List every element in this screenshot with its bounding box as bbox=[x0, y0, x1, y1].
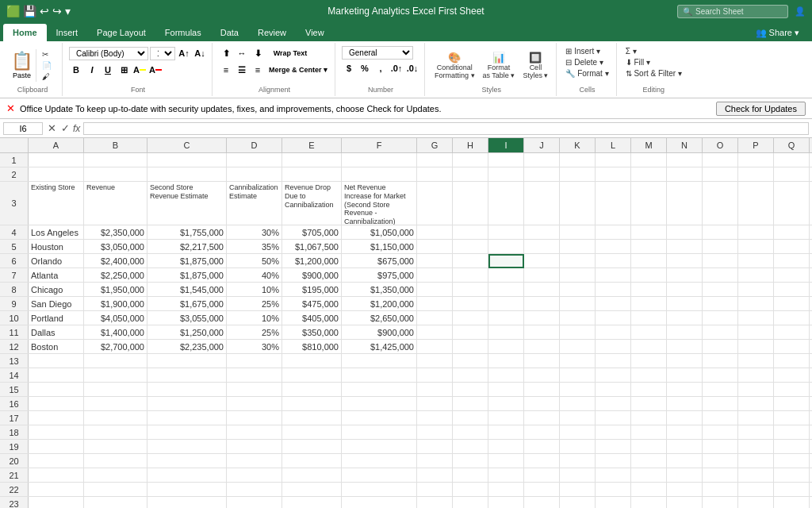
cell-l22[interactable] bbox=[596, 483, 631, 497]
cell-a3[interactable]: Existing Store bbox=[29, 182, 84, 225]
cell-o12[interactable] bbox=[703, 340, 738, 354]
cell-i13[interactable] bbox=[488, 354, 524, 368]
cell-b14[interactable] bbox=[84, 368, 147, 383]
cell-g20[interactable] bbox=[417, 454, 453, 468]
cell-e17[interactable] bbox=[282, 411, 342, 425]
cell-k15[interactable] bbox=[560, 383, 596, 397]
cell-f14[interactable] bbox=[342, 368, 417, 383]
row-num-21[interactable]: 21 bbox=[0, 468, 29, 482]
comma-btn[interactable]: , bbox=[373, 61, 388, 75]
cell-p6[interactable] bbox=[738, 254, 774, 268]
cell-m22[interactable] bbox=[631, 483, 667, 497]
cell-l5[interactable] bbox=[596, 240, 631, 254]
cell-m2[interactable] bbox=[631, 167, 667, 182]
cell-o1[interactable] bbox=[703, 153, 738, 167]
cell-k20[interactable] bbox=[560, 454, 596, 468]
align-top-btn[interactable]: ⬆ bbox=[219, 46, 233, 60]
cell-q22[interactable] bbox=[774, 483, 810, 497]
cell-d16[interactable] bbox=[227, 397, 282, 411]
cell-k12[interactable] bbox=[560, 340, 596, 354]
cell-n20[interactable] bbox=[667, 454, 703, 468]
row-num-22[interactable]: 22 bbox=[0, 483, 29, 496]
cell-g21[interactable] bbox=[417, 468, 453, 483]
cell-m9[interactable] bbox=[631, 297, 667, 311]
cell-i2[interactable] bbox=[488, 167, 524, 182]
row-num-23[interactable]: 23 bbox=[0, 497, 29, 508]
cell-e12[interactable]: $810,000 bbox=[282, 340, 342, 354]
cell-j6[interactable] bbox=[524, 254, 560, 268]
cell-k21[interactable] bbox=[560, 468, 596, 483]
cancel-formula-btn[interactable]: ✕ bbox=[46, 122, 58, 134]
cell-l13[interactable] bbox=[596, 354, 631, 368]
cell-n7[interactable] bbox=[667, 268, 703, 283]
cell-l11[interactable] bbox=[596, 325, 631, 340]
col-header-l[interactable]: L bbox=[596, 138, 631, 152]
cell-g4[interactable] bbox=[417, 225, 453, 240]
cell-p18[interactable] bbox=[738, 425, 774, 440]
cell-c15[interactable] bbox=[147, 383, 227, 397]
row-num-16[interactable]: 16 bbox=[0, 397, 29, 410]
cell-e2[interactable] bbox=[282, 167, 342, 182]
cell-n5[interactable] bbox=[667, 240, 703, 254]
cell-p22[interactable] bbox=[738, 483, 774, 497]
cell-i20[interactable] bbox=[488, 454, 524, 468]
tab-formulas[interactable]: Formulas bbox=[155, 24, 211, 41]
align-center-btn[interactable]: ☰ bbox=[235, 63, 249, 77]
cell-p11[interactable] bbox=[738, 325, 774, 340]
cell-k8[interactable] bbox=[560, 283, 596, 297]
cell-i4[interactable] bbox=[488, 225, 524, 240]
align-right-btn[interactable]: ≡ bbox=[251, 63, 265, 77]
row-num-4[interactable]: 4 bbox=[0, 225, 29, 239]
cell-d17[interactable] bbox=[227, 411, 282, 425]
col-header-a[interactable]: A bbox=[29, 138, 84, 152]
cell-o7[interactable] bbox=[703, 268, 738, 283]
cell-p3[interactable] bbox=[738, 182, 774, 225]
cell-e20[interactable] bbox=[282, 454, 342, 468]
align-left-btn[interactable]: ≡ bbox=[219, 63, 233, 77]
cell-m23[interactable] bbox=[631, 497, 667, 508]
cell-j22[interactable] bbox=[524, 483, 560, 497]
cell-b19[interactable] bbox=[84, 440, 147, 454]
cell-o14[interactable] bbox=[703, 368, 738, 383]
col-header-c[interactable]: C bbox=[147, 138, 227, 152]
insert-btn[interactable]: ⊞ Insert ▾ bbox=[563, 46, 603, 56]
cell-c6[interactable]: $1,875,000 bbox=[147, 254, 227, 268]
cell-i19[interactable] bbox=[488, 440, 524, 454]
cell-p17[interactable] bbox=[738, 411, 774, 425]
row-num-11[interactable]: 11 bbox=[0, 325, 29, 339]
cell-h13[interactable] bbox=[453, 354, 488, 368]
cell-n23[interactable] bbox=[667, 497, 703, 508]
cell-h6[interactable] bbox=[453, 254, 488, 268]
cell-l8[interactable] bbox=[596, 283, 631, 297]
increase-font-btn[interactable]: A↑ bbox=[177, 46, 191, 60]
row-num-8[interactable]: 8 bbox=[0, 283, 29, 296]
cell-b3[interactable]: Revenue bbox=[84, 182, 147, 225]
cell-c1[interactable] bbox=[147, 153, 227, 167]
cell-o10[interactable] bbox=[703, 311, 738, 325]
cell-k11[interactable] bbox=[560, 325, 596, 340]
cell-n11[interactable] bbox=[667, 325, 703, 340]
cell-reference-input[interactable] bbox=[3, 122, 43, 135]
cell-a15[interactable] bbox=[29, 383, 84, 397]
cell-e6[interactable]: $1,200,000 bbox=[282, 254, 342, 268]
cell-e19[interactable] bbox=[282, 440, 342, 454]
cell-q9[interactable] bbox=[774, 297, 810, 311]
cell-c22[interactable] bbox=[147, 483, 227, 497]
merge-center-btn[interactable]: Merge & Center ▾ bbox=[266, 63, 330, 77]
cell-h15[interactable] bbox=[453, 383, 488, 397]
cell-i14[interactable] bbox=[488, 368, 524, 383]
cell-h10[interactable] bbox=[453, 311, 488, 325]
cell-k23[interactable] bbox=[560, 497, 596, 508]
cell-l3[interactable] bbox=[596, 182, 631, 225]
cell-l16[interactable] bbox=[596, 397, 631, 411]
cell-e1[interactable] bbox=[282, 153, 342, 167]
cell-f7[interactable]: $975,000 bbox=[342, 268, 417, 283]
cell-e22[interactable] bbox=[282, 483, 342, 497]
cell-styles-btn[interactable]: 🔲 Cell Styles ▾ bbox=[519, 50, 551, 81]
formula-input[interactable] bbox=[83, 122, 809, 135]
cell-j21[interactable] bbox=[524, 468, 560, 483]
cell-o22[interactable] bbox=[703, 483, 738, 497]
cell-k13[interactable] bbox=[560, 354, 596, 368]
cell-n4[interactable] bbox=[667, 225, 703, 240]
cell-a5[interactable]: Houston bbox=[29, 240, 84, 254]
